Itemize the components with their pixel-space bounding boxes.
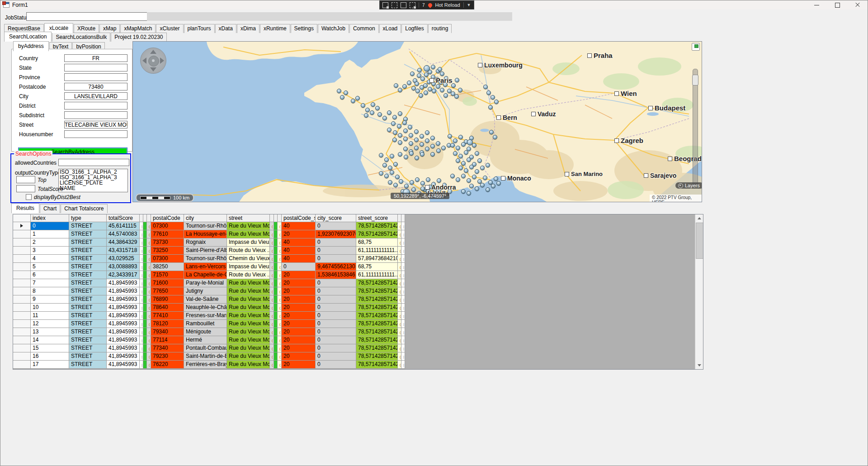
results-tab-results[interactable]: Results (11, 203, 39, 213)
grid-cell-index[interactable]: 2 (31, 238, 69, 247)
tab-xdima[interactable]: xDima (237, 24, 259, 33)
ui-debug-icon[interactable] (382, 2, 388, 8)
grid-cell-totalScore[interactable]: 41,8945993 (107, 336, 140, 344)
grid-mini-cell[interactable]: ( | (270, 279, 274, 287)
grid-mini-cell[interactable]: ( | (270, 271, 274, 279)
results-tab-chart-totalscore[interactable]: Chart Totalscore (61, 204, 107, 213)
grid-cell-postalCode_score[interactable]: 20 (282, 320, 316, 328)
grid-cell-index[interactable]: 1 (31, 230, 69, 238)
map-result-marker[interactable] (453, 151, 458, 156)
grid-mini-cell[interactable]: ( | (147, 279, 151, 287)
grid-mini-cell[interactable]: | (401, 255, 405, 263)
table-row[interactable]: 7STREET41,8945993|( |71600Paray-le-Monia… (13, 279, 703, 287)
map-result-marker[interactable] (461, 161, 466, 166)
map-result-marker[interactable] (472, 175, 476, 179)
grid-cell-index[interactable]: 5 (31, 263, 69, 271)
grid-cell-street[interactable]: Rue du Vieux Mo... (227, 287, 270, 295)
grid-mini-cell[interactable]: | (140, 336, 143, 344)
map-result-marker[interactable] (414, 146, 419, 150)
map-result-marker[interactable] (486, 163, 490, 167)
grid-cell-street_score[interactable]: 78,57142857142... (356, 320, 398, 328)
map-result-marker[interactable] (425, 138, 429, 143)
map-result-marker[interactable] (458, 135, 463, 139)
map-result-marker[interactable] (408, 125, 412, 129)
grid-mini-cell[interactable]: ( | (398, 279, 401, 287)
grid-row-header[interactable] (13, 295, 31, 304)
grid-cell-index[interactable]: 3 (31, 247, 69, 255)
grid-mini-cell[interactable]: ( | (398, 263, 401, 271)
grid-cell-postalCode_score[interactable]: 40 (282, 255, 316, 263)
grid-cell-totalScore[interactable]: 44,5740083 (107, 230, 140, 238)
grid-mini-cell[interactable]: | (140, 304, 143, 312)
grid-row-header[interactable] (13, 271, 31, 279)
grid-cell-city_score[interactable]: 1,538461538461... (316, 271, 356, 279)
grid-mini-cell[interactable]: ( | (278, 328, 282, 336)
grid-mini-cell[interactable]: | (140, 263, 143, 271)
grid-mini-cell[interactable]: | (401, 279, 405, 287)
grid-cell-city_score[interactable]: 0 (316, 295, 356, 304)
grid-mini-cell[interactable]: ( | (147, 295, 151, 304)
grid-mini-cell[interactable] (143, 295, 147, 304)
grid-header-street_score[interactable]: street_score (356, 214, 398, 222)
grid-cell-index[interactable]: 15 (31, 344, 69, 352)
grid-header-blank[interactable] (398, 214, 401, 222)
table-row[interactable]: 5STREET43,0088893|( |38250Lans-en-Vercor… (13, 263, 703, 271)
map-result-marker[interactable] (384, 174, 389, 178)
pan-right-icon[interactable] (160, 57, 164, 64)
grid-mini-cell[interactable]: ( | (270, 247, 274, 255)
table-row[interactable]: 17STREET41,8945993|( |76220Ferrières-en-… (13, 361, 703, 369)
grid-cell-street[interactable]: Route du Vieux ... (227, 271, 270, 279)
grid-mini-cell[interactable] (274, 279, 278, 287)
table-row[interactable]: 12STREET41,8945993|( |78120RambouilletRu… (13, 320, 703, 328)
grid-cell-postalCode[interactable]: 79340 (151, 328, 184, 336)
map-result-marker[interactable] (398, 111, 402, 116)
map-result-marker[interactable] (351, 99, 355, 103)
grid-row-header[interactable] (13, 230, 31, 238)
map-result-marker[interactable] (399, 179, 403, 184)
grid-header-city_score[interactable]: city_score (316, 214, 356, 222)
grid-mini-cell[interactable] (143, 361, 147, 369)
grid-cell-index[interactable]: 14 (31, 336, 69, 344)
grid-mini-cell[interactable] (274, 361, 278, 369)
grid-cell-type[interactable]: STREET (69, 361, 107, 369)
grid-row-header[interactable] (13, 312, 31, 320)
map-result-marker[interactable] (394, 83, 398, 88)
map-result-marker[interactable] (390, 154, 394, 158)
map-result-marker[interactable] (379, 171, 383, 176)
vs-debug-toolbar[interactable]: 7 Hot Reload ▼ (379, 0, 474, 10)
map-result-marker[interactable] (420, 134, 424, 138)
grid-mini-cell[interactable]: | (140, 238, 143, 247)
map-result-marker[interactable] (443, 93, 448, 98)
map-result-marker[interactable] (424, 90, 428, 95)
grid-cell-street[interactable]: Rue du Vieux Mo... (227, 230, 270, 238)
scroll-up-icon[interactable] (698, 217, 701, 219)
grid-mini-cell[interactable]: ( | (270, 336, 274, 344)
grid-mini-cell[interactable]: ( | (270, 304, 274, 312)
map-result-marker[interactable] (489, 130, 494, 134)
map-result-marker[interactable] (409, 151, 414, 156)
map-result-marker[interactable] (461, 142, 466, 147)
grid-mini-cell[interactable]: | (401, 230, 405, 238)
grid-mini-cell[interactable]: ( | (270, 320, 274, 328)
map-result-marker[interactable] (458, 166, 463, 170)
map-result-marker[interactable] (420, 186, 425, 191)
grid-cell-city_score[interactable]: 0 (316, 255, 356, 263)
map-zoom-slider[interactable] (693, 69, 698, 185)
map-result-marker[interactable] (382, 163, 387, 167)
scroll-down-icon[interactable] (698, 364, 701, 366)
map-result-marker[interactable] (388, 166, 392, 170)
grid-mini-cell[interactable]: ( | (147, 255, 151, 263)
map-result-marker[interactable] (480, 183, 485, 187)
grid-cell-city_score[interactable]: 0 (316, 361, 356, 369)
grid-cell-totalScore[interactable]: 43,0088893 (107, 263, 140, 271)
field-input-postalcode[interactable] (64, 83, 127, 90)
grid-mini-cell[interactable]: ( | (270, 312, 274, 320)
grid-cell-street_score[interactable]: 78,57142857142... (356, 312, 398, 320)
grid-cell-postalCode_score[interactable]: 20 (282, 304, 316, 312)
grid-mini-cell[interactable]: | (140, 287, 143, 295)
grid-row-header[interactable] (13, 304, 31, 312)
grid-mini-cell[interactable]: ( | (147, 287, 151, 295)
grid-cell-type[interactable]: STREET (69, 279, 107, 287)
grid-cell-city_score[interactable]: 0 (316, 222, 356, 230)
grid-mini-cell[interactable] (143, 336, 147, 344)
